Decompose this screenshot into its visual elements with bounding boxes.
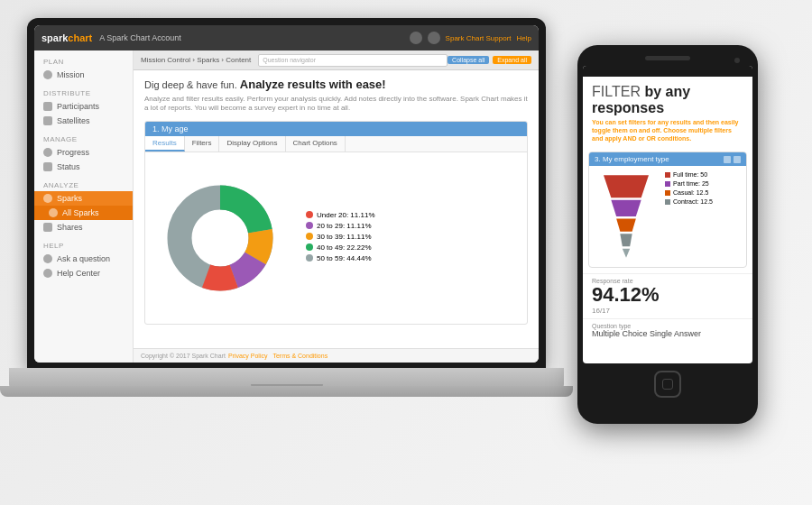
header-support[interactable]: Spark Chart Support	[446, 34, 512, 42]
sidebar-item-all-sparks[interactable]: All Sparks	[34, 206, 133, 220]
phone-body: FILTER by any responses You can set filt…	[577, 45, 758, 424]
sparks-icon	[43, 194, 52, 203]
laptop-bezel: sparkchart A Spark Chart Account Spark C…	[27, 18, 546, 370]
legend-item: Under 20: 11.11%	[306, 211, 375, 219]
tab-display-options[interactable]: Display Options	[219, 136, 285, 152]
filter-sub-highlight: apply AND or OR conditions.	[604, 135, 691, 142]
terms-link[interactable]: Terms & Conditions	[272, 353, 328, 359]
logo-highlight: chart	[68, 32, 92, 43]
distribute-section: DISTRIBUTE Participants Satellites	[34, 87, 133, 128]
question-tabs: Results Filters Display Options Chart Op…	[145, 136, 527, 152]
sidebar-item-mission[interactable]: Mission	[34, 68, 133, 82]
notifications-icon[interactable]	[410, 32, 422, 44]
question-block: 1. My age Results Filters Display Option…	[144, 121, 528, 325]
question-header: 1. My age	[145, 122, 527, 136]
sidebar: PLAN Mission DISTRIBUTE Participants	[34, 50, 134, 363]
question-navigator-input[interactable]: Question navigator	[263, 57, 316, 63]
casual-dot	[665, 190, 670, 196]
laptop: sparkchart A Spark Chart Account Spark C…	[27, 18, 550, 460]
phone-employment-card: 3. My employment type	[588, 152, 747, 268]
sidebar-item-ask[interactable]: Ask a question	[34, 252, 133, 266]
header-icons: Spark Chart Support Help	[410, 32, 531, 44]
svg-marker-7	[611, 200, 641, 216]
laptop-base	[9, 368, 564, 388]
spark-logo: sparkchart	[42, 32, 92, 43]
help-section-title: HELP	[34, 240, 133, 252]
question-type-section: Question type Multiple Choice Single Ans…	[583, 318, 752, 342]
user-icon[interactable]	[428, 32, 440, 44]
collapse-all-button[interactable]: Collapse all	[448, 56, 489, 64]
laptop-screen: sparkchart A Spark Chart Account Spark C…	[34, 25, 539, 363]
svg-marker-8	[616, 219, 636, 232]
hero-text: Dig deep & have fun. Analyze results wit…	[144, 78, 528, 91]
distribute-section-title: DISTRIBUTE	[34, 87, 133, 99]
legend-dot-20-29	[306, 222, 313, 229]
chart-legend: Under 20: 11.11% 20 to 29: 11.11%	[306, 211, 375, 265]
status-icon	[43, 162, 52, 171]
satellites-icon	[43, 116, 52, 125]
phone-card-body: Full time: 50 Part time: 25 Casual: 12.5	[589, 166, 746, 267]
shares-icon	[43, 223, 52, 232]
funnel-legend-parttime: Part time: 25	[665, 180, 713, 187]
sidebar-item-help-center[interactable]: Help Center	[34, 266, 133, 280]
ask-icon	[43, 254, 52, 263]
phone-home-button-inner	[662, 379, 673, 390]
privacy-link[interactable]: Privacy Policy	[228, 353, 268, 359]
tab-chart-options[interactable]: Chart Options	[286, 136, 346, 152]
phone-camera	[734, 58, 740, 63]
legend-item: 30 to 39: 11.11%	[306, 233, 375, 241]
phone: FILTER by any responses You can set filt…	[577, 45, 758, 424]
svg-marker-10	[623, 249, 630, 258]
analyze-section: ANALYZE Sparks All Sparks	[34, 179, 133, 234]
question-type-label: Question type	[592, 323, 743, 329]
hero-sub: Analyze and filter results easily. Perfo…	[144, 95, 528, 114]
sidebar-item-satellites[interactable]: Satellites	[34, 114, 133, 128]
phone-home-button[interactable]	[654, 371, 681, 398]
help-section: HELP Ask a question Help Center	[34, 240, 133, 280]
svg-point-5	[198, 215, 244, 261]
legend-item: 40 to 49: 22.22%	[306, 243, 375, 252]
nav-bar: Mission Control › Sparks › Content Quest…	[134, 50, 539, 70]
card-expand-icon[interactable]	[734, 156, 741, 163]
progress-icon	[43, 148, 52, 157]
funnel-legend-fulltime: Full time: 50	[665, 171, 713, 178]
donut-svg	[152, 170, 288, 306]
legend-dot-30-39	[306, 233, 313, 240]
phone-filter-header: FILTER by any responses You can set filt…	[583, 77, 752, 146]
sidebar-item-shares[interactable]: Shares	[34, 220, 133, 234]
response-rate-section: Response rate 94.12% 16/17	[583, 273, 752, 317]
response-rate-fraction: 16/17	[592, 307, 743, 315]
funnel-legend-contract: Contract: 12.5	[665, 198, 713, 205]
header-help[interactable]: Help	[517, 34, 531, 42]
manage-section: MANAGE Progress Status	[34, 133, 133, 174]
sidebar-item-sparks[interactable]: Sparks	[34, 191, 133, 206]
breadcrumb: Mission Control › Sparks › Content	[141, 56, 251, 64]
app-footer: Copyright © 2017 Spark Chart Privacy Pol…	[134, 348, 539, 363]
app-body: PLAN Mission DISTRIBUTE Participants	[34, 50, 539, 363]
sidebar-item-participants[interactable]: Participants	[34, 99, 133, 114]
main-content: Mission Control › Sparks › Content Quest…	[134, 50, 539, 363]
mission-icon	[43, 70, 52, 79]
phone-card-header: 3. My employment type	[589, 152, 746, 166]
scene: sparkchart A Spark Chart Account Spark C…	[0, 0, 812, 505]
sidebar-item-status[interactable]: Status	[34, 160, 133, 174]
analyze-section-title: ANALYZE	[34, 179, 133, 191]
phone-screen: FILTER by any responses You can set filt…	[583, 66, 752, 363]
tab-filters[interactable]: Filters	[185, 136, 220, 152]
tab-results[interactable]: Results	[145, 136, 185, 152]
svg-marker-9	[620, 234, 632, 247]
card-header-icons	[724, 156, 741, 163]
expand-all-button[interactable]: Expand all	[493, 56, 531, 64]
nav-buttons: Collapse all Expand all	[448, 56, 531, 64]
manage-section-title: MANAGE	[34, 133, 133, 145]
funnel-legend-casual: Casual: 12.5	[665, 189, 713, 196]
participants-icon	[43, 102, 52, 111]
sidebar-item-progress[interactable]: Progress	[34, 145, 133, 160]
svg-marker-6	[604, 176, 649, 198]
legend-dot-40-49	[306, 243, 313, 251]
card-minimize-icon[interactable]	[724, 156, 731, 163]
plan-section: PLAN Mission	[34, 56, 133, 82]
legend-dot-50-59	[306, 254, 313, 262]
laptop-bottom	[0, 386, 573, 397]
phone-content: FILTER by any responses You can set filt…	[583, 77, 752, 363]
